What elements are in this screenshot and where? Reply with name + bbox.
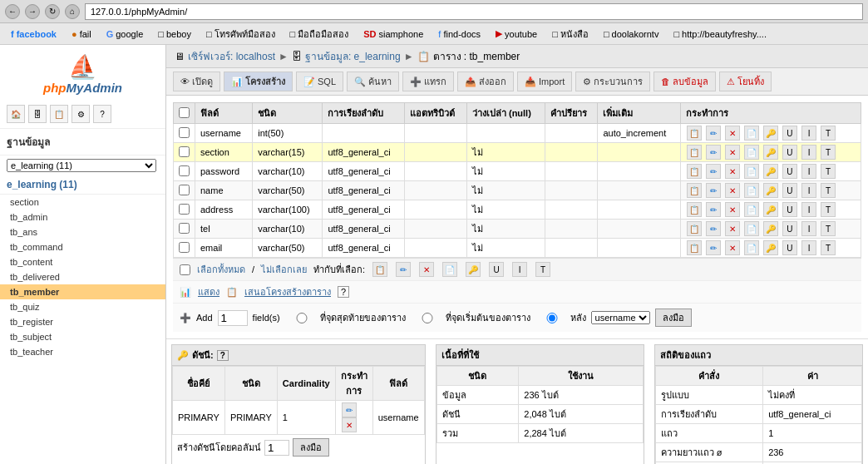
row-index-icon[interactable]: I: [801, 126, 816, 141]
keys-help-icon[interactable]: ?: [217, 350, 229, 361]
bookmark-google[interactable]: G google: [101, 27, 150, 41]
toolbar-empty-btn[interactable]: 🗑 ลบข้อมูล: [653, 72, 716, 91]
row-primary-icon[interactable]: 🔑: [763, 145, 778, 160]
key-delete-icon[interactable]: ✕: [342, 417, 357, 432]
server-link[interactable]: เซิร์ฟเวอร์: localhost: [188, 48, 275, 64]
bookmark-mobilephone[interactable]: □ มือถือมือสอง: [284, 25, 355, 43]
add-go-button[interactable]: ลงมือ: [655, 309, 692, 327]
row-index-icon[interactable]: I: [801, 145, 816, 160]
toolbar-view-btn[interactable]: 👁 เปิดดู: [173, 72, 220, 91]
bookmark-phone[interactable]: □ โทรศัพท์มือสอง: [200, 25, 281, 43]
sidebar-nav-item-tb_ans[interactable]: tb_ans: [0, 225, 165, 239]
bottom-browse-icon[interactable]: 📋: [372, 262, 387, 277]
create-index-go[interactable]: ลงมือ: [293, 438, 329, 457]
row-index-icon[interactable]: I: [801, 202, 816, 217]
show-link[interactable]: แสดง: [198, 284, 219, 299]
add-field-input[interactable]: [218, 310, 248, 326]
bookmark-beautyfreshy[interactable]: □ http://beautyfreshy....: [668, 27, 772, 41]
row-delete-icon[interactable]: ✕: [725, 221, 740, 236]
sidebar-nav-item-tb_command[interactable]: tb_command: [0, 239, 165, 254]
row-browse-icon[interactable]: 📋: [687, 145, 702, 160]
row-copy-icon[interactable]: 📄: [744, 183, 759, 198]
row-primary-icon[interactable]: 🔑: [763, 202, 778, 217]
row-copy-icon[interactable]: 📄: [744, 164, 759, 179]
sidebar-home-icon[interactable]: 🏠: [7, 105, 25, 123]
sidebar-nav-item-tb_register[interactable]: tb_register: [0, 314, 165, 329]
row-edit-icon[interactable]: ✏: [706, 126, 721, 141]
row-fulltext-icon[interactable]: T: [821, 183, 836, 198]
row-unique-icon[interactable]: U: [782, 145, 797, 160]
sidebar-nav-item-tb_member[interactable]: tb_member: [0, 284, 165, 299]
toolbar-structure-btn[interactable]: 📊 โครงสร้าง: [224, 72, 293, 91]
bottom-fulltext-icon[interactable]: T: [535, 262, 550, 277]
address-bar[interactable]: [85, 3, 863, 20]
row-check[interactable]: [179, 146, 190, 157]
bottom-index-icon[interactable]: I: [512, 262, 527, 277]
row-delete-icon[interactable]: ✕: [725, 126, 740, 141]
create-index-input[interactable]: [264, 440, 289, 456]
row-edit-icon[interactable]: ✏: [706, 240, 721, 255]
radio-after[interactable]: [535, 313, 569, 323]
row-copy-icon[interactable]: 📄: [744, 240, 759, 255]
bookmark-facebook[interactable]: f facebook: [5, 27, 62, 41]
bottom-primary-icon[interactable]: 🔑: [466, 262, 481, 277]
row-copy-icon[interactable]: 📄: [744, 221, 759, 236]
row-browse-icon[interactable]: 📋: [687, 126, 702, 141]
sidebar-help-icon[interactable]: ?: [93, 105, 111, 123]
toolbar-import-btn[interactable]: 📥 Import: [517, 72, 572, 91]
row-unique-icon[interactable]: U: [782, 183, 797, 198]
bookmark-fail[interactable]: ● fail: [66, 27, 97, 41]
check-bottom[interactable]: [180, 264, 190, 275]
row-edit-icon[interactable]: ✏: [706, 183, 721, 198]
row-browse-icon[interactable]: 📋: [687, 240, 702, 255]
toolbar-drop-btn[interactable]: ⚠ โยนทิ้ง: [719, 72, 772, 91]
check-all[interactable]: [179, 107, 190, 118]
row-copy-icon[interactable]: 📄: [744, 202, 759, 217]
sidebar-nav-item-tb_admin[interactable]: tb_admin: [0, 210, 165, 225]
row-fulltext-icon[interactable]: T: [821, 221, 836, 236]
sidebar-nav-item-tb_content[interactable]: tb_content: [0, 254, 165, 269]
sidebar-table-icon[interactable]: 📋: [50, 105, 68, 123]
sidebar-nav-item-tb_delivered[interactable]: tb_delivered: [0, 269, 165, 284]
bookmark-books[interactable]: □ หนังสือ: [546, 25, 594, 43]
row-check[interactable]: [179, 242, 190, 253]
row-edit-icon[interactable]: ✏: [706, 221, 721, 236]
row-check[interactable]: [179, 127, 190, 138]
row-delete-icon[interactable]: ✕: [725, 164, 740, 179]
forward-button[interactable]: →: [25, 4, 40, 19]
row-primary-icon[interactable]: 🔑: [763, 164, 778, 179]
db-select[interactable]: e_learning (11): [7, 159, 156, 172]
row-check[interactable]: [179, 223, 190, 234]
row-delete-icon[interactable]: ✕: [725, 145, 740, 160]
row-index-icon[interactable]: I: [801, 164, 816, 179]
select-all-link[interactable]: เลือกทั้งหมด: [197, 262, 245, 277]
row-check[interactable]: [179, 204, 190, 215]
refresh-button[interactable]: ↻: [45, 4, 60, 19]
sidebar-nav-item-tb_subject[interactable]: tb_subject: [0, 329, 165, 344]
row-primary-icon[interactable]: 🔑: [763, 126, 778, 141]
bottom-edit-icon[interactable]: ✏: [396, 262, 411, 277]
row-browse-icon[interactable]: 📋: [687, 183, 702, 198]
after-select[interactable]: username: [591, 311, 650, 324]
bookmark-youtube[interactable]: ▶ youtube: [490, 27, 543, 41]
bottom-delete-icon[interactable]: ✕: [419, 262, 434, 277]
bottom-unique-icon[interactable]: U: [489, 262, 504, 277]
row-edit-icon[interactable]: ✏: [706, 164, 721, 179]
row-index-icon[interactable]: I: [801, 240, 816, 255]
sidebar-nav-item-tb_quiz[interactable]: tb_quiz: [0, 299, 165, 314]
bookmark-beboy[interactable]: □ beboy: [152, 27, 197, 41]
row-delete-icon[interactable]: ✕: [725, 183, 740, 198]
home-button[interactable]: ⌂: [65, 4, 80, 19]
row-index-icon[interactable]: I: [801, 221, 816, 236]
row-check[interactable]: [179, 165, 190, 176]
sidebar-nav-item-section[interactable]: section: [0, 195, 165, 210]
row-primary-icon[interactable]: 🔑: [763, 240, 778, 255]
row-unique-icon[interactable]: U: [782, 126, 797, 141]
deselect-link[interactable]: ไม่เลือกเลย: [261, 262, 307, 277]
row-fulltext-icon[interactable]: T: [821, 145, 836, 160]
row-index-icon[interactable]: I: [801, 183, 816, 198]
db-link[interactable]: ฐานข้อมูล: e_learning: [305, 48, 401, 64]
radio-begin[interactable]: [411, 313, 444, 323]
sidebar-db-icon[interactable]: 🗄: [28, 105, 47, 123]
row-copy-icon[interactable]: 📄: [744, 126, 759, 141]
